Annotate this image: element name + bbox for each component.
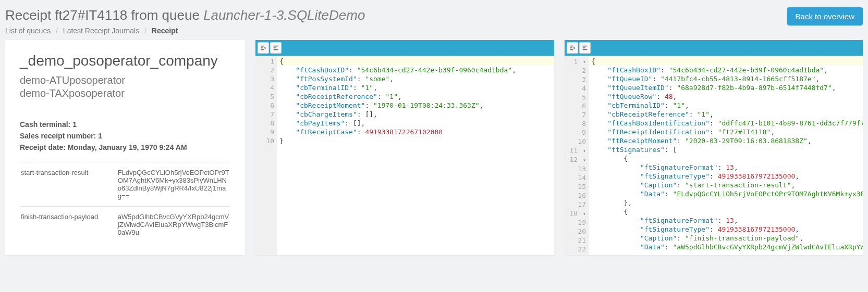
page-header: Receipt ft27#IT4118 from queue Launcher-… — [0, 0, 868, 40]
receipt-date-line: Receipt date: Monday, January 19, 1970 9… — [20, 143, 230, 151]
editor-toolbar-right — [565, 40, 863, 56]
signature-caption: finish-transaction-payload — [20, 207, 117, 243]
page-title: Receipt ft27#IT4118 from queue Launcher-… — [5, 7, 365, 23]
signature-table: start-transaction-resultFLdvpQGcCYLiOh5r… — [20, 162, 230, 243]
breadcrumb-list-queues[interactable]: List of queues — [5, 27, 51, 35]
breadcrumb-current: Receipt — [152, 27, 178, 35]
table-row: finish-transaction-payloadaW5pdGlhbCBvcG… — [20, 207, 230, 243]
company-name: _demo_posoperator_company — [20, 53, 230, 69]
response-json-editor: 1 ▾234567891011 ▾12 ▾131415161718 ▾19202… — [565, 40, 863, 255]
breadcrumb-sep: / — [56, 27, 58, 35]
signature-data: FLdvpQGcCYLiOh5rjVoEOPctOPr9TOM7AghtKV6M… — [117, 162, 230, 207]
sales-receipt-line: Sales receipt number: 1 — [20, 132, 230, 140]
receipt-details: Cash terminal: 1 Sales receipt number: 1… — [20, 120, 230, 151]
cash-terminal-line: Cash terminal: 1 — [20, 120, 230, 129]
title-prefix: Receipt ft27#IT4118 from queue — [5, 7, 203, 23]
format-expand-button[interactable] — [579, 42, 591, 54]
format-compact-button[interactable] — [567, 42, 578, 54]
breadcrumb-sep: / — [144, 27, 146, 35]
receipt-summary-card: _demo_posoperator_company demo-ATUposope… — [5, 40, 245, 255]
signature-caption: start-transaction-result — [20, 162, 117, 207]
company-sub1: demo-ATUposoperator — [20, 74, 230, 86]
company-sub2: demo-TAXposoperator — [20, 87, 230, 99]
breadcrumb-latest-journals[interactable]: Latest Receipt Journals — [63, 27, 139, 35]
format-compact-button[interactable] — [258, 42, 269, 54]
code-area-left[interactable]: 12345678910 { "ftCashBoxID": "54c6b434-c… — [255, 56, 554, 255]
table-row: start-transaction-resultFLdvpQGcCYLiOh5r… — [20, 162, 230, 207]
code-area-right[interactable]: 1 ▾234567891011 ▾12 ▾131415161718 ▾19202… — [565, 56, 863, 255]
back-to-overview-button[interactable]: Back to overview — [787, 7, 863, 26]
queue-name: Launcher-1-3.SQLiteDemo — [203, 7, 365, 23]
signature-data: aW5pdGlhbCBvcGVyYXRpb24gcmVjZWlwdCAvIElu… — [117, 207, 230, 243]
breadcrumb: List of queues / Latest Receipt Journals… — [5, 27, 365, 35]
format-expand-button[interactable] — [270, 42, 282, 54]
request-json-editor: 12345678910 { "ftCashBoxID": "54c6b434-c… — [255, 40, 554, 255]
editor-toolbar-left — [255, 40, 554, 56]
